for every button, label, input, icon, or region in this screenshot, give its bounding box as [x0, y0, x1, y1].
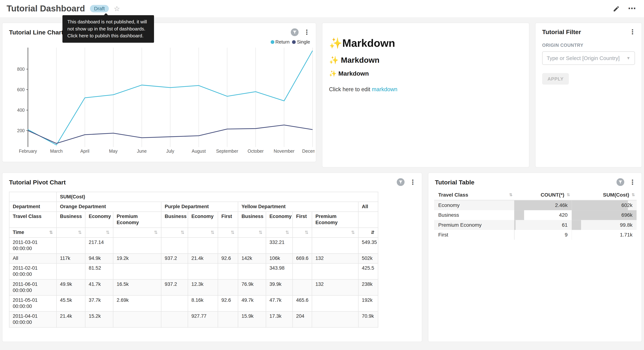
- publish-tooltip-text: This dashboard is not published, it will…: [67, 19, 147, 38]
- markdown-card: ✨Markdown ✨ Markdown ✨ Markdown Click he…: [322, 23, 529, 168]
- more-options-icon[interactable]: ⋯: [628, 6, 636, 11]
- table-cell-class: First: [434, 230, 514, 240]
- col-header-count[interactable]: COUNT(*)⇅: [514, 190, 572, 200]
- kebab-menu-icon[interactable]: ⋮: [629, 29, 636, 35]
- pivot-cell: 204: [292, 311, 312, 327]
- col-header-sum-cost[interactable]: SUM(Cost)⇅: [572, 190, 636, 200]
- pivot-cell: 81.52: [85, 263, 113, 279]
- pivot-cell: 49.7k: [238, 296, 266, 311]
- pivot-all-header: All: [358, 202, 378, 212]
- legend-item-single[interactable]: Single: [292, 39, 310, 44]
- sort-icon[interactable]: ⇅: [351, 230, 355, 235]
- line-chart-card-icons: ⋮: [291, 28, 310, 36]
- pivot-row-header: 2011-03-01 00:00:00: [9, 238, 56, 254]
- sort-icon[interactable]: ⇅: [210, 230, 214, 235]
- sort-icon[interactable]: ⇅: [49, 230, 53, 236]
- x-tick-label: August: [192, 148, 206, 154]
- filter-indicator-icon[interactable]: [616, 178, 624, 186]
- legend-dot: [270, 40, 274, 44]
- pivot-sort-cell: ⇅: [238, 228, 266, 238]
- markdown-edit-link[interactable]: markdown: [372, 86, 398, 92]
- pivot-cell: [188, 263, 218, 279]
- pivot-row-header: 2011-04-01 00:00:00: [9, 311, 56, 327]
- pivot-card-head: Tutorial Pivot Chart ⋮: [2, 173, 422, 186]
- sort-icon[interactable]: ⇅: [285, 230, 289, 235]
- pivot-cell: [56, 263, 85, 279]
- pivot-row-header: 2011-02-01 00:00:00: [9, 263, 56, 279]
- x-tick-label: April: [80, 148, 90, 154]
- dashboard-root: Tutorial Dashboard Draft ☆ ⋯ This dashbo…: [0, 0, 644, 350]
- status-badge-draft[interactable]: Draft: [90, 5, 109, 12]
- sort-icon[interactable]: ⇅: [78, 230, 82, 235]
- pivot-cell: 37.7k: [85, 296, 113, 311]
- y-tick-label: 200: [17, 128, 25, 133]
- sort-desc-icon[interactable]: ⇵: [371, 230, 374, 235]
- edit-dashboard-icon[interactable]: [613, 5, 620, 12]
- sort-icon[interactable]: ⇅: [106, 230, 110, 235]
- pivot-cell: 92.6: [218, 254, 238, 263]
- sort-icon[interactable]: ⇅: [304, 230, 308, 235]
- table-card-head: Tutorial Table ⋮: [428, 173, 642, 186]
- pivot-cell: 132: [312, 254, 358, 263]
- sort-icon[interactable]: ⇅: [181, 230, 184, 235]
- pivot-cell: [312, 296, 358, 311]
- sort-icon[interactable]: ⇅: [231, 230, 234, 235]
- pivot-col-header: First: [218, 212, 238, 228]
- pivot-col-header: Premium Economy: [312, 212, 358, 228]
- table-header-row: Travel Class⇅ COUNT(*)⇅ SUM(Cost)⇅: [434, 190, 636, 200]
- pivot-cell: [292, 280, 312, 296]
- apply-button[interactable]: APPLY: [542, 73, 569, 84]
- kebab-menu-icon[interactable]: ⋮: [629, 179, 636, 185]
- table-row: Economy2.46k602k: [434, 200, 636, 210]
- sort-icon[interactable]: ⇅: [509, 192, 512, 197]
- pivot-cell: [218, 280, 238, 296]
- x-tick-label: February: [19, 148, 37, 154]
- pivot-cell: 502k: [358, 254, 378, 263]
- filter-indicator-icon[interactable]: [397, 178, 404, 186]
- pivot-cell: [312, 238, 358, 254]
- pivot-cell: [292, 263, 312, 279]
- filter-indicator-icon[interactable]: [291, 28, 298, 36]
- pivot-cell: [238, 238, 266, 254]
- pivot-col-header: Economy: [266, 212, 292, 228]
- x-tick-label: November: [274, 148, 294, 154]
- pivot-cell: 425.5: [358, 263, 378, 279]
- pivot-cell: 47.7k: [266, 296, 292, 311]
- pivot-cell: [312, 263, 358, 279]
- pivot-cell: 70.9k: [358, 311, 378, 327]
- pivot-row: 2011-04-01 00:00:0021.4k15.2k927.7715.9k…: [9, 311, 378, 327]
- pivot-col-header: Business: [161, 212, 188, 228]
- pivot-cell: 92.6: [218, 296, 238, 311]
- sort-icon[interactable]: ⇅: [632, 192, 635, 197]
- pivot-row: 2011-05-01 00:00:0045.5k37.7k2.69k8.16k9…: [9, 296, 378, 311]
- pivot-col-header: Premium Economy: [113, 212, 161, 228]
- table-cell-class: Premium Economy: [434, 220, 514, 230]
- origin-country-select[interactable]: Type or Select [Origin Country] ▼: [542, 51, 635, 65]
- publish-tooltip[interactable]: This dashboard is not published, it will…: [62, 15, 154, 43]
- origin-country-label: ORIGIN COUNTRY: [542, 42, 635, 48]
- kebab-menu-icon[interactable]: ⋮: [304, 30, 310, 35]
- y-tick-label: 400: [17, 108, 25, 112]
- pivot-time-header[interactable]: Time⇅: [9, 228, 56, 238]
- x-tick-label: June: [137, 148, 147, 154]
- sort-icon[interactable]: ⇅: [259, 230, 262, 235]
- markdown-paragraph: Click here to edit markdown: [329, 86, 522, 92]
- tutorial-table-wrap: Travel Class⇅ COUNT(*)⇅ SUM(Cost)⇅ Econo…: [434, 190, 636, 240]
- kebab-menu-icon[interactable]: ⋮: [410, 179, 416, 185]
- pivot-row-header: 2011-06-01 00:00:00: [9, 280, 56, 296]
- pivot-cell: [161, 311, 188, 327]
- sort-icon[interactable]: ⇅: [566, 192, 570, 197]
- sort-icon[interactable]: ⇅: [154, 230, 158, 235]
- pivot-cell: 76.9k: [238, 280, 266, 296]
- legend-item-return[interactable]: Return: [270, 39, 290, 44]
- pivot-sort-cell: ⇅: [85, 228, 113, 238]
- pivot-card-icons: ⋮: [397, 178, 416, 186]
- pivot-sort-cell: ⇅: [218, 228, 238, 238]
- tutorial-table: Travel Class⇅ COUNT(*)⇅ SUM(Cost)⇅ Econo…: [434, 190, 636, 240]
- favorite-star-icon[interactable]: ☆: [114, 4, 120, 13]
- pivot-cell: [218, 263, 238, 279]
- col-header-travel-class[interactable]: Travel Class⇅: [434, 190, 514, 200]
- legend-dot: [292, 40, 296, 44]
- pivot-col-header: Business: [238, 212, 266, 228]
- filter-card-icons: ⋮: [629, 29, 636, 35]
